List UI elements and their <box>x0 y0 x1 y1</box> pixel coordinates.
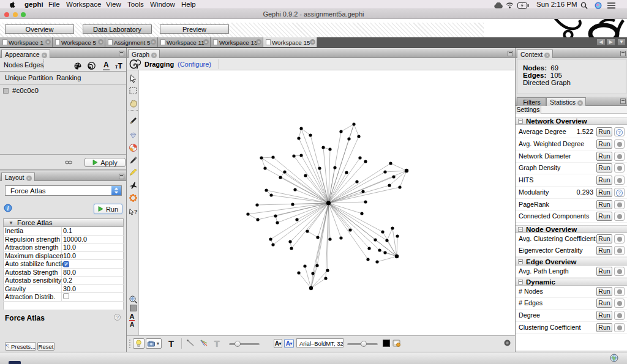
svg-text:?: ? <box>134 209 138 215</box>
svg-text:i: i <box>7 205 9 212</box>
